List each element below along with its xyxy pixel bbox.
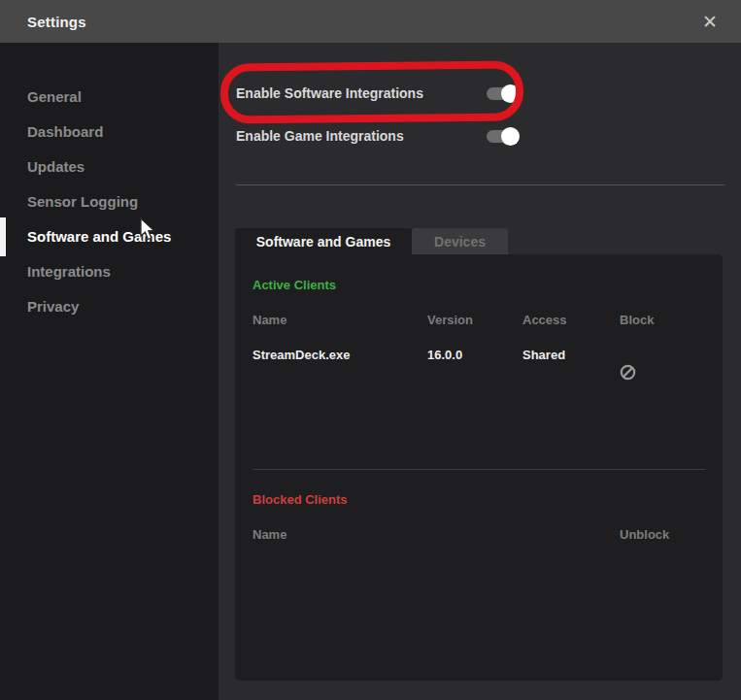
panel-divider	[253, 469, 705, 470]
tab-software-and-games[interactable]: Software and Games	[235, 228, 412, 255]
sidebar-item-label: Sensor Logging	[27, 193, 138, 210]
sidebar-item-software-and-games[interactable]: Software and Games	[0, 219, 219, 254]
column-header-name: Name	[253, 313, 286, 327]
sidebar-item-privacy[interactable]: Privacy	[0, 289, 219, 324]
software-integrations-label: Enable Software Integrations	[236, 85, 423, 101]
section-divider	[236, 184, 724, 185]
software-integrations-row: Enable Software Integrations	[236, 83, 518, 103]
no-entry-icon[interactable]	[620, 364, 636, 381]
sidebar-item-integrations[interactable]: Integrations	[0, 254, 219, 289]
sidebar-item-label: Dashboard	[27, 123, 103, 140]
tab-label: Software and Games	[256, 234, 391, 250]
game-integrations-label: Enable Game Integrations	[236, 128, 404, 144]
client-name: StreamDeck.exe	[253, 348, 350, 362]
titlebar: Settings ✕	[0, 0, 741, 43]
sidebar-item-sensor-logging[interactable]: Sensor Logging	[0, 184, 219, 219]
game-integrations-toggle[interactable]	[487, 130, 518, 143]
sidebar-item-general[interactable]: General	[0, 80, 219, 115]
column-header-version: Version	[427, 313, 473, 327]
column-header-block: Block	[620, 313, 654, 327]
sidebar-item-label: Integrations	[27, 263, 111, 280]
sidebar-item-label: Software and Games	[27, 228, 171, 245]
client-version: 16.0.0	[427, 348, 462, 362]
column-header-access: Access	[522, 313, 567, 327]
sidebar-item-label: Updates	[27, 158, 84, 175]
sidebar-item-label: General	[27, 88, 82, 105]
toggle-knob	[501, 127, 520, 146]
tab-label: Devices	[434, 234, 486, 250]
sidebar-item-label: Privacy	[27, 298, 79, 315]
main-content: Enable Software Integrations Enable Game…	[219, 43, 741, 700]
sidebar: General Dashboard Updates Sensor Logging…	[0, 43, 219, 700]
software-integrations-toggle[interactable]	[487, 87, 518, 100]
active-clients-title: Active Clients	[253, 278, 336, 292]
sidebar-item-updates[interactable]: Updates	[0, 150, 219, 184]
clients-panel: Active Clients Name Version Access Block…	[235, 254, 723, 681]
game-integrations-row: Enable Game Integrations	[236, 126, 518, 146]
blocked-column-header-name: Name	[253, 527, 286, 542]
selected-indicator	[0, 217, 6, 256]
toggle-knob	[501, 84, 520, 103]
window-title: Settings	[27, 14, 86, 30]
blocked-clients-title: Blocked Clients	[253, 492, 348, 507]
blocked-column-header-unblock: Unblock	[620, 527, 669, 542]
close-icon[interactable]: ✕	[702, 13, 718, 31]
client-access: Shared	[522, 348, 565, 362]
tab-devices[interactable]: Devices	[412, 228, 508, 255]
sidebar-item-dashboard[interactable]: Dashboard	[0, 115, 219, 150]
